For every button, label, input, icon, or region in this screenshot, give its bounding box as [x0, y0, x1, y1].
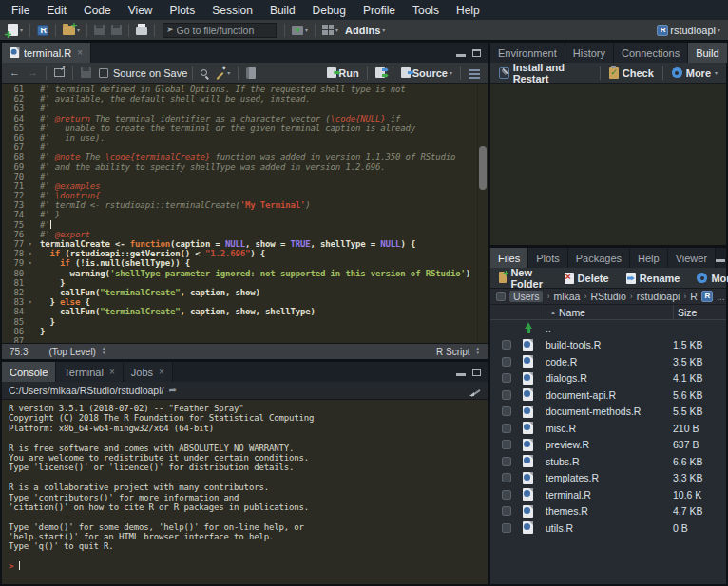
code-line[interactable]: 61#' terminal defined in Global Options.…	[2, 85, 488, 94]
file-name[interactable]: themes.R	[546, 505, 673, 517]
delete-button[interactable]: Delete	[561, 272, 613, 285]
file-checkbox[interactable]	[502, 373, 511, 383]
file-checkbox[interactable]	[502, 440, 511, 449]
name-column-header[interactable]: ▲Name	[546, 305, 673, 319]
menu-plots[interactable]: Plots	[162, 2, 204, 19]
open-in-new-window-button[interactable]	[51, 67, 67, 78]
console-prompt-line[interactable]: >	[9, 561, 488, 571]
clear-console-icon[interactable]	[469, 385, 481, 396]
code-line[interactable]: 66#' in use).	[2, 133, 488, 142]
scrollbar-thumb[interactable]	[479, 146, 487, 190]
code-line[interactable]: 67#'	[2, 142, 488, 152]
file-checkbox[interactable]	[502, 490, 511, 500]
tab-viewer[interactable]: Viewer	[668, 248, 716, 268]
run-button[interactable]: Run	[324, 66, 361, 80]
maximize-icon[interactable]	[472, 369, 481, 376]
file-row[interactable]: themes.R4.7 KB	[490, 503, 726, 520]
code-line[interactable]: 77▾terminalCreate <- function(caption = …	[2, 239, 488, 249]
code-line[interactable]: 63#'	[2, 104, 488, 113]
forward-button[interactable]: →	[25, 66, 41, 79]
save-all-button[interactable]	[108, 24, 125, 36]
new-folder-button[interactable]: New Folder	[495, 266, 551, 291]
scope-selector[interactable]: (Top Level)	[48, 347, 95, 357]
code-line[interactable]: 79▾ if (!is.null(shellType)) {	[2, 258, 488, 268]
new-file-button[interactable]: ▾	[5, 23, 26, 37]
code-editor[interactable]: 61#' terminal defined in Global Options.…	[2, 84, 488, 343]
minimize-icon[interactable]	[456, 373, 466, 376]
tab-build[interactable]: Build	[688, 43, 727, 63]
menu-session[interactable]: Session	[203, 2, 261, 19]
code-line[interactable]: 76#' @export	[2, 230, 488, 239]
file-checkbox[interactable]	[502, 357, 511, 367]
code-line[interactable]: 83▾ } else {	[2, 297, 488, 307]
file-type-selector[interactable]: R Script	[436, 347, 470, 357]
code-line[interactable]: 82 callFun("terminalCreate", caption, sh…	[2, 288, 488, 297]
menu-edit[interactable]: Edit	[38, 2, 75, 19]
save-source-button[interactable]	[78, 66, 94, 79]
tab-connections[interactable]: Connections	[614, 43, 688, 63]
menu-help[interactable]: Help	[448, 2, 489, 19]
fold-arrow-icon[interactable]: ▾	[29, 297, 40, 307]
console-output[interactable]: R version 3.5.1 (2018-07-02) -- "Feather…	[2, 400, 488, 584]
addins-button[interactable]: Addins▾	[342, 24, 388, 37]
file-row[interactable]: templates.R3.3 KB	[490, 470, 726, 487]
file-row[interactable]: preview.R637 B	[490, 437, 726, 454]
minimize-icon[interactable]	[716, 259, 725, 262]
file-row[interactable]: utils.R0 B	[490, 520, 726, 537]
code-line[interactable]: 72#' \dontrun{	[2, 191, 488, 200]
file-name[interactable]: utils.R	[546, 522, 673, 534]
file-checkbox[interactable]	[502, 424, 511, 433]
project-menu-button[interactable]: rstudioapi ▾	[654, 24, 723, 37]
file-name[interactable]: build-tools.R	[546, 339, 673, 350]
file-name[interactable]: preview.R	[546, 439, 673, 450]
breadcrumb-segment[interactable]: Users	[509, 291, 543, 302]
file-checkbox[interactable]	[502, 523, 511, 533]
tab-terminal[interactable]: Terminal×	[56, 362, 123, 382]
file-name[interactable]: document-methods.R	[546, 406, 673, 417]
panes-layout-button[interactable]: ▾	[319, 24, 341, 36]
file-row[interactable]: document-methods.R5.5 KB	[490, 404, 726, 421]
code-line[interactable]: 78▾ if (rstudioapi::getVersion() < "1.2.…	[2, 249, 488, 258]
file-row[interactable]: code.R3.5 KB	[490, 353, 726, 370]
menu-build[interactable]: Build	[261, 2, 304, 19]
file-name[interactable]: templates.R	[546, 472, 673, 483]
code-line[interactable]: 62#' available, the default shell will b…	[2, 94, 488, 104]
menu-debug[interactable]: Debug	[304, 2, 354, 19]
file-row[interactable]: build-tools.R1.5 KB	[490, 337, 726, 354]
code-line[interactable]: 86}	[2, 327, 488, 336]
breadcrumb-overflow[interactable]: ...	[717, 291, 725, 302]
file-checkbox[interactable]	[502, 506, 511, 516]
tab-packages[interactable]: Packages	[568, 248, 630, 268]
check-button[interactable]: Check	[605, 66, 658, 80]
build-more-button[interactable]: More▾	[668, 66, 721, 80]
workspace-button[interactable]: ▾	[289, 25, 311, 36]
goto-file-input[interactable]	[177, 25, 262, 36]
parent-directory-row[interactable]: ..	[490, 320, 726, 337]
fold-arrow-icon[interactable]: ▾	[29, 249, 40, 258]
install-and-restart-button[interactable]: Install and Restart	[495, 61, 595, 85]
tab-console[interactable]: Console	[2, 362, 56, 382]
file-row[interactable]: stubs.R6.6 KB	[490, 453, 726, 470]
file-name[interactable]: terminal.R	[546, 489, 673, 501]
code-line[interactable]: 65#' unable to create the terminal or th…	[2, 123, 488, 133]
back-button[interactable]: ←	[7, 66, 23, 79]
file-row[interactable]: terminal.R10.6 K	[490, 486, 726, 503]
file-name[interactable]: dialogs.R	[546, 372, 673, 384]
files-more-button[interactable]: More▾	[693, 272, 728, 285]
breadcrumb-segment[interactable]: R	[690, 291, 698, 302]
rename-button[interactable]: Rename	[623, 272, 684, 285]
maximize-icon[interactable]	[472, 49, 481, 57]
tab-jobs[interactable]: Jobs×	[124, 362, 173, 382]
file-checkbox[interactable]	[502, 390, 511, 400]
close-icon[interactable]: ×	[159, 367, 164, 377]
size-column-header[interactable]: Size	[673, 305, 726, 319]
code-line[interactable]: 69#' and the ability to specify shellTyp…	[2, 162, 488, 172]
code-line[interactable]: 68#' @note The \code{terminalCreate} fun…	[2, 152, 488, 161]
tab-terminal-r[interactable]: terminal.R ×	[2, 43, 91, 63]
breadcrumb-segment[interactable]: RStudio	[590, 291, 625, 302]
save-button[interactable]	[91, 24, 107, 36]
menu-tools[interactable]: Tools	[404, 2, 448, 19]
source-on-save-checkbox[interactable]	[96, 67, 111, 79]
file-name[interactable]: stubs.R	[546, 456, 673, 467]
editor-scrollbar[interactable]	[477, 84, 488, 343]
